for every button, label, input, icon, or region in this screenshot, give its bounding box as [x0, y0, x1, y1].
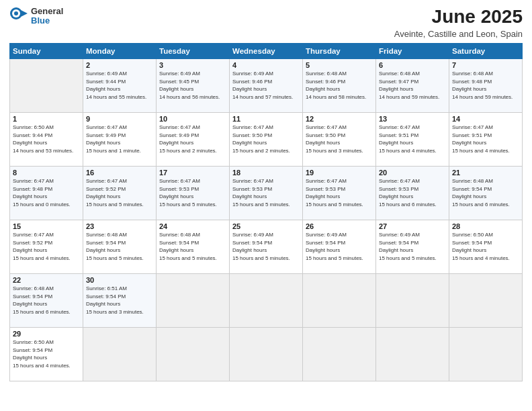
day-info: Sunrise: 6:47 AMSunset: 9:50 PMDaylight … [306, 124, 363, 154]
calendar-cell [230, 327, 303, 381]
calendar-cell [157, 273, 230, 327]
day-info: Sunrise: 6:47 AMSunset: 9:53 PMDaylight … [306, 178, 363, 208]
calendar-cell: 28 Sunrise: 6:50 AMSunset: 9:54 PMDaylig… [449, 220, 523, 273]
calendar-cell [157, 327, 230, 381]
day-info: Sunrise: 6:47 AMSunset: 9:51 PMDaylight … [452, 124, 510, 154]
subtitle: Aveinte, Castille and Leon, Spain [394, 29, 523, 39]
day-info: Sunrise: 6:49 AMSunset: 9:54 PMDaylight … [306, 232, 363, 261]
calendar-cell: 25 Sunrise: 6:49 AMSunset: 9:54 PMDaylig… [230, 220, 303, 273]
calendar-cell: 23 Sunrise: 6:48 AMSunset: 9:54 PMDaylig… [83, 220, 157, 273]
calendar-cell: 8 Sunrise: 6:47 AMSunset: 9:48 PMDayligh… [10, 166, 83, 220]
day-info: Sunrise: 6:47 AMSunset: 9:53 PMDaylight … [159, 178, 217, 208]
day-number: 13 [379, 115, 446, 123]
calendar-cell [376, 327, 449, 381]
calendar-cell: 3 Sunrise: 6:49 AMSunset: 9:45 PMDayligh… [157, 58, 230, 112]
day-number: 19 [306, 169, 373, 177]
calendar-header-thursday: Thursday [303, 43, 376, 58]
calendar-cell: 27 Sunrise: 6:49 AMSunset: 9:54 PMDaylig… [376, 220, 449, 273]
day-number: 7 [452, 61, 519, 69]
day-info: Sunrise: 6:47 AMSunset: 9:51 PMDaylight … [379, 124, 437, 154]
calendar-week-row: 15 Sunrise: 6:47 AMSunset: 9:52 PMDaylig… [10, 220, 523, 273]
calendar-table: SundayMondayTuesdayWednesdayThursdayFrid… [9, 43, 523, 381]
logo-blue: Blue [31, 16, 63, 26]
day-info: Sunrise: 6:50 AMSunset: 9:54 PMDaylight … [13, 339, 71, 369]
day-info: Sunrise: 6:47 AMSunset: 9:53 PMDaylight … [379, 178, 437, 208]
day-number: 24 [159, 222, 226, 230]
day-info: Sunrise: 6:47 AMSunset: 9:53 PMDaylight … [232, 178, 290, 208]
calendar-cell: 12 Sunrise: 6:47 AMSunset: 9:50 PMDaylig… [303, 112, 376, 166]
calendar-header-sunday: Sunday [10, 43, 83, 58]
day-number: 14 [452, 115, 519, 123]
day-number: 22 [13, 276, 80, 284]
day-number: 21 [452, 169, 519, 177]
calendar-cell [449, 273, 523, 327]
day-number: 27 [379, 222, 446, 230]
calendar-week-row: 22 Sunrise: 6:48 AMSunset: 9:54 PMDaylig… [10, 273, 523, 327]
calendar-cell: 20 Sunrise: 6:47 AMSunset: 9:53 PMDaylig… [376, 166, 449, 220]
day-number: 4 [232, 61, 300, 69]
day-number: 9 [86, 115, 153, 123]
day-number: 12 [306, 115, 373, 123]
calendar-week-row: 1 Sunrise: 6:50 AMSunset: 9:44 PMDayligh… [10, 112, 523, 166]
day-info: Sunrise: 6:48 AMSunset: 9:46 PMDaylight … [306, 71, 366, 100]
day-number: 16 [86, 169, 153, 177]
calendar-header-saturday: Saturday [449, 43, 523, 58]
calendar-cell: 22 Sunrise: 6:48 AMSunset: 9:54 PMDaylig… [10, 273, 83, 327]
calendar-cell: 19 Sunrise: 6:47 AMSunset: 9:53 PMDaylig… [303, 166, 376, 220]
calendar-cell: 16 Sunrise: 6:47 AMSunset: 9:52 PMDaylig… [83, 166, 157, 220]
day-info: Sunrise: 6:47 AMSunset: 9:52 PMDaylight … [86, 178, 144, 208]
calendar-cell [376, 273, 449, 327]
calendar-cell: 2 Sunrise: 6:49 AMSunset: 9:44 PMDayligh… [83, 58, 157, 112]
calendar-header-wednesday: Wednesday [230, 43, 303, 58]
day-info: Sunrise: 6:50 AMSunset: 9:44 PMDaylight … [13, 124, 73, 154]
day-info: Sunrise: 6:47 AMSunset: 9:52 PMDaylight … [13, 232, 71, 261]
day-info: Sunrise: 6:49 AMSunset: 9:45 PMDaylight … [159, 71, 220, 100]
day-info: Sunrise: 6:48 AMSunset: 9:48 PMDaylight … [452, 71, 513, 100]
title-block: June 2025 Aveinte, Castille and Leon, Sp… [394, 7, 523, 39]
day-number: 1 [13, 115, 80, 123]
svg-point-2 [14, 11, 18, 15]
day-number: 10 [159, 115, 226, 123]
calendar-cell: 4 Sunrise: 6:49 AMSunset: 9:46 PMDayligh… [230, 58, 303, 112]
calendar-cell [303, 273, 376, 327]
page: General Blue June 2025 Aveinte, Castille… [0, 0, 532, 411]
day-number: 8 [13, 169, 80, 177]
logo: General Blue [9, 7, 63, 26]
day-number: 29 [13, 330, 80, 338]
calendar-cell [303, 327, 376, 381]
day-info: Sunrise: 6:47 AMSunset: 9:50 PMDaylight … [232, 124, 290, 154]
logo-text: General Blue [31, 7, 63, 26]
day-number: 23 [86, 222, 153, 230]
calendar-cell: 9 Sunrise: 6:47 AMSunset: 9:49 PMDayligh… [83, 112, 157, 166]
day-number: 11 [232, 115, 300, 123]
calendar-week-row: 2 Sunrise: 6:49 AMSunset: 9:44 PMDayligh… [10, 58, 523, 112]
day-number: 17 [159, 169, 226, 177]
day-info: Sunrise: 6:47 AMSunset: 9:49 PMDaylight … [86, 124, 141, 154]
day-info: Sunrise: 6:48 AMSunset: 9:54 PMDaylight … [159, 232, 217, 261]
calendar-cell: 18 Sunrise: 6:47 AMSunset: 9:53 PMDaylig… [230, 166, 303, 220]
day-info: Sunrise: 6:48 AMSunset: 9:54 PMDaylight … [86, 232, 144, 261]
day-info: Sunrise: 6:50 AMSunset: 9:54 PMDaylight … [452, 232, 510, 261]
calendar-cell: 13 Sunrise: 6:47 AMSunset: 9:51 PMDaylig… [376, 112, 449, 166]
calendar-cell: 29 Sunrise: 6:50 AMSunset: 9:54 PMDaylig… [10, 327, 83, 381]
calendar-cell [449, 327, 523, 381]
day-number: 30 [86, 276, 153, 284]
calendar-cell: 11 Sunrise: 6:47 AMSunset: 9:50 PMDaylig… [230, 112, 303, 166]
calendar-cell: 10 Sunrise: 6:47 AMSunset: 9:49 PMDaylig… [157, 112, 230, 166]
calendar-cell: 24 Sunrise: 6:48 AMSunset: 9:54 PMDaylig… [157, 220, 230, 273]
logo-icon [9, 7, 28, 26]
day-info: Sunrise: 6:51 AMSunset: 9:54 PMDaylight … [86, 285, 144, 315]
day-info: Sunrise: 6:49 AMSunset: 9:54 PMDaylight … [232, 232, 290, 261]
header: General Blue June 2025 Aveinte, Castille… [9, 7, 523, 39]
day-number: 5 [306, 61, 373, 69]
day-number: 18 [232, 169, 300, 177]
calendar-cell [83, 327, 157, 381]
calendar-week-row: 29 Sunrise: 6:50 AMSunset: 9:54 PMDaylig… [10, 327, 523, 381]
calendar-cell: 30 Sunrise: 6:51 AMSunset: 9:54 PMDaylig… [83, 273, 157, 327]
calendar-week-row: 8 Sunrise: 6:47 AMSunset: 9:48 PMDayligh… [10, 166, 523, 220]
calendar-header-row: SundayMondayTuesdayWednesdayThursdayFrid… [10, 43, 523, 58]
calendar-cell: 15 Sunrise: 6:47 AMSunset: 9:52 PMDaylig… [10, 220, 83, 273]
day-info: Sunrise: 6:48 AMSunset: 9:47 PMDaylight … [379, 71, 439, 100]
calendar-cell: 14 Sunrise: 6:47 AMSunset: 9:51 PMDaylig… [449, 112, 523, 166]
day-number: 20 [379, 169, 446, 177]
